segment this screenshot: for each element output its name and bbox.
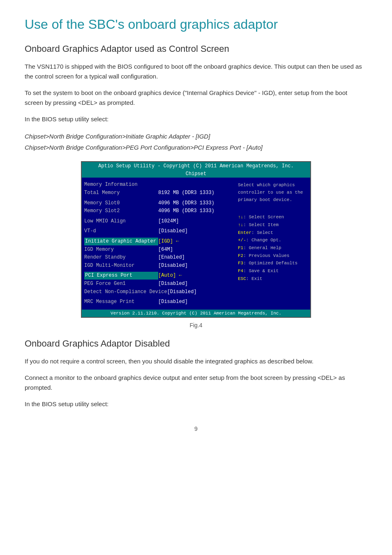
bios-value-render: [Enabled] bbox=[158, 254, 185, 261]
bios-value-slot2: 4096 MB (DDR3 1333) bbox=[158, 207, 214, 215]
bios-label-iga: Initiate Graphic Adapter bbox=[84, 238, 158, 245]
bios-row-mrc: MRC Message Print [Disabled] bbox=[84, 298, 234, 306]
para6: In the BIOS setup utility select: bbox=[25, 399, 367, 409]
page-number: 9 bbox=[25, 426, 367, 432]
bios-key-ud: ↑↓: Select Item bbox=[238, 221, 308, 229]
bios-row-memory-info: Memory Information bbox=[84, 181, 234, 189]
bios-keys: ↑↓: Select Screen ↑↓: Select Item Enter:… bbox=[238, 213, 308, 282]
bios-left-panel: Memory Information Total Memory 8192 MB … bbox=[84, 181, 234, 306]
bios-row-vtd: VT-d [Disabled] bbox=[84, 227, 234, 235]
bios-key-f2: F2: Previous Values bbox=[238, 252, 308, 260]
bios-value-mrc: [Disabled] bbox=[158, 298, 188, 306]
bios-body: Memory Information Total Memory 8192 MB … bbox=[82, 178, 310, 309]
bios-row-spacer3 bbox=[84, 225, 234, 227]
para1: The VSN1170 is shipped with the BIOS con… bbox=[25, 62, 367, 81]
page-title: Use of the SBC's onboard graphics adapto… bbox=[25, 16, 367, 32]
bios-row-slot2: Memory Slot2 4096 MB (DDR3 1333) bbox=[84, 207, 234, 215]
bios-value-igd-mem: [64M] bbox=[158, 246, 173, 254]
bios-screen: Aptio Setup Utility - Copyright (C) 2011… bbox=[81, 161, 311, 317]
para3: In the BIOS setup utility select: bbox=[25, 114, 367, 124]
section1-heading: Onboard Graphics Adaptor used as Control… bbox=[25, 44, 367, 54]
bios-label-slot2: Memory Slot2 bbox=[84, 207, 158, 215]
bios-value-igd-multi: [Disabled] bbox=[158, 262, 188, 270]
bios-row-pci: PCI Express Port [Auto] ← bbox=[84, 272, 234, 280]
bios-value-iga: [IGD] ← bbox=[158, 238, 179, 245]
bios-key-arrows: ↑↓: Select Screen bbox=[238, 213, 308, 221]
para2: To set the system to boot on the onboard… bbox=[25, 88, 367, 108]
fig-caption: Fig.4 bbox=[25, 322, 367, 328]
bios-row-spacer2 bbox=[84, 215, 234, 217]
bios-label-igd-mem: IGD Memory bbox=[84, 246, 158, 254]
bios-value-vtd: [Disabled] bbox=[158, 227, 188, 235]
bios-key-f3: F3: Optimized Defaults bbox=[238, 259, 308, 267]
bios-label-slot0: Memory Slot0 bbox=[84, 199, 158, 207]
para4: If you do not require a control screen, … bbox=[25, 356, 367, 366]
bios-path-block: Chipset>North Bridge Configuration>Initi… bbox=[25, 131, 367, 153]
bios-label-igd-multi: IGD Multi-Monitor bbox=[84, 262, 158, 270]
bios-footer: Version 2.11.1210. Copyright (C) 2011 Am… bbox=[82, 310, 310, 317]
bios-key-f1: F1: General Help bbox=[238, 244, 308, 252]
bios-row-igd-multi: IGD Multi-Monitor [Disabled] bbox=[84, 262, 234, 270]
bios-help-text: Select which graphics controller to use … bbox=[238, 182, 308, 204]
bios-label-total-memory: Total Memory bbox=[84, 189, 158, 197]
bios-title-bar: Aptio Setup Utility - Copyright (C) 2011… bbox=[82, 162, 310, 170]
bios-row-spacer5 bbox=[84, 270, 234, 271]
bios-label-peg: PEG Force Gen1 bbox=[84, 280, 158, 288]
bios-key-enter: Enter: Select bbox=[238, 229, 308, 237]
bios-value-mmio: [1024M] bbox=[158, 217, 179, 225]
bios-row-compliance: Detect Non-Compliance Device [Disabled] bbox=[84, 288, 234, 296]
bios-row-peg: PEG Force Gen1 [Disabled] bbox=[84, 280, 234, 288]
bios-row-igd-mem: IGD Memory [64M] bbox=[84, 246, 234, 254]
bios-label-mmio: Low MMIO Align bbox=[84, 217, 158, 225]
bios-label-render: Render Standby bbox=[84, 254, 158, 261]
bios-label-compliance: Detect Non-Compliance Device bbox=[84, 288, 167, 296]
bios-key-f4: F4: Save & Exit bbox=[238, 267, 308, 275]
para5: Connect a monitor to the onboard graphic… bbox=[25, 373, 367, 393]
section2-heading: Onboard Graphics Adaptor Disabled bbox=[25, 338, 367, 349]
bios-key-esc: ESC: Exit bbox=[238, 275, 308, 283]
bios-value-total-memory: 8192 MB (DDR3 1333) bbox=[158, 189, 214, 197]
bios-row-spacer6 bbox=[84, 296, 234, 298]
bios-row-spacer1 bbox=[84, 197, 234, 199]
bios-label-vtd: VT-d bbox=[84, 227, 158, 235]
bios-tab: Chipset bbox=[82, 170, 310, 178]
bios-row-render: Render Standby [Enabled] bbox=[84, 254, 234, 261]
bios-row-slot0: Memory Slot0 4096 MB (DDR3 1333) bbox=[84, 199, 234, 207]
bios-label-pci: PCI Express Port bbox=[84, 272, 158, 280]
bios-value-pci: [Auto] ← bbox=[158, 272, 182, 280]
bios-key-pm: +/-: Change Opt. bbox=[238, 236, 308, 244]
bios-label-mrc: MRC Message Print bbox=[84, 298, 158, 306]
bios-row-iga: Initiate Graphic Adapter [IGD] ← bbox=[84, 238, 234, 245]
bios-value-peg: [Disabled] bbox=[158, 280, 188, 288]
bios-label-memory-info: Memory Information bbox=[84, 181, 158, 189]
bios-value-slot0: 4096 MB (DDR3 1333) bbox=[158, 199, 214, 207]
bios-value-compliance: [Disabled] bbox=[167, 288, 197, 296]
bios-path-line1: Chipset>North Bridge Configuration>Initi… bbox=[25, 131, 367, 142]
bios-row-spacer4 bbox=[84, 236, 234, 237]
bios-row-mmio: Low MMIO Align [1024M] bbox=[84, 217, 234, 225]
bios-row-total-memory: Total Memory 8192 MB (DDR3 1333) bbox=[84, 189, 234, 197]
bios-right-panel: Select which graphics controller to use … bbox=[238, 181, 308, 306]
bios-path-line2: Chipset>North Bridge Configuration>PEG P… bbox=[25, 142, 367, 153]
bios-screenshot-container: Aptio Setup Utility - Copyright (C) 2011… bbox=[25, 161, 367, 317]
